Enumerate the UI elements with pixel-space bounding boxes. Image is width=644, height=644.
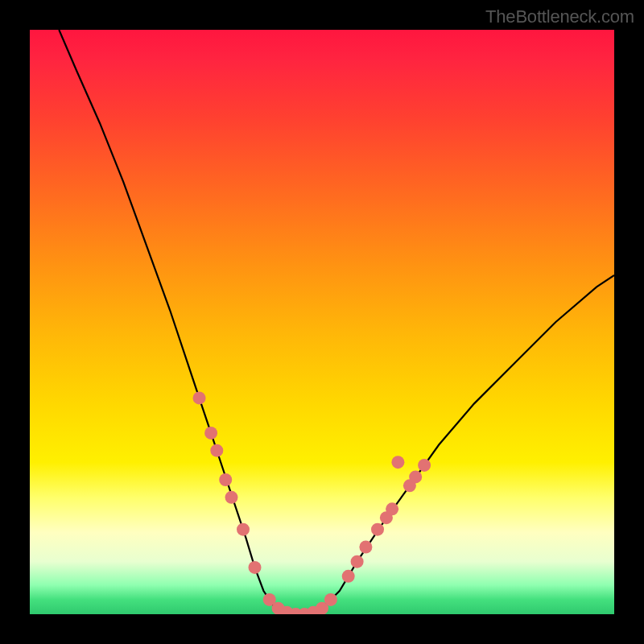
marker-dot xyxy=(386,502,398,515)
plot-area xyxy=(30,30,614,614)
marker-dot xyxy=(249,561,262,574)
curve-layer xyxy=(30,30,614,614)
watermark-text: TheBottleneck.com xyxy=(485,6,634,27)
marker-dot xyxy=(225,491,238,504)
chart-root: TheBottleneck.com xyxy=(0,0,644,644)
marker-dot xyxy=(237,523,250,536)
marker-dot xyxy=(324,593,337,606)
marker-dot xyxy=(210,444,223,457)
marker-dot xyxy=(391,456,404,469)
marker-dot xyxy=(342,570,355,583)
marker-dot xyxy=(351,555,364,568)
marker-dot xyxy=(359,541,372,554)
bottleneck-curve xyxy=(59,30,614,614)
marker-dot xyxy=(418,459,431,472)
marker-dot xyxy=(204,427,217,440)
marker-dot xyxy=(371,523,384,536)
marker-dot xyxy=(219,473,232,486)
curve-markers xyxy=(193,391,431,614)
marker-dot xyxy=(193,391,206,404)
marker-dot xyxy=(409,470,422,483)
